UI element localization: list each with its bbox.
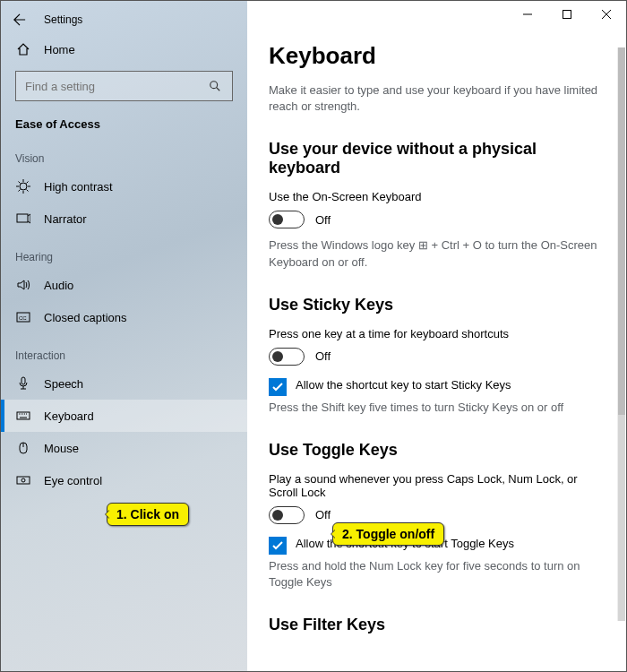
sec2-heading: Use Sticky Keys: [269, 296, 601, 314]
sec3-toggle-label: Play a sound whenever you press Caps Loc…: [269, 472, 601, 499]
nav-item-label: Keyboard: [44, 409, 94, 423]
sec1-heading: Use your device without a physical keybo…: [269, 140, 601, 177]
nav-high-contrast[interactable]: High contrast: [1, 170, 247, 202]
speech-icon: [15, 376, 31, 391]
annotation-2: 2. Toggle on/off: [332, 522, 444, 546]
annotation-1: 1. Click on: [107, 503, 189, 526]
mouse-icon: [15, 441, 31, 455]
settings-window: Settings Home Ease of Access Vision High…: [0, 0, 627, 672]
audio-icon: [15, 278, 31, 292]
search-input[interactable]: [25, 80, 207, 93]
scrollbar[interactable]: [617, 47, 625, 621]
svg-point-9: [21, 478, 25, 482]
group-hearing: Hearing: [1, 235, 247, 269]
sec4-heading: Use Filter Keys: [269, 616, 601, 634]
svg-rect-10: [563, 11, 571, 19]
page-title: Keyboard: [269, 42, 601, 70]
high-contrast-icon: [15, 179, 31, 194]
window-title: Settings: [44, 13, 82, 26]
nav-item-label: Mouse: [44, 442, 79, 455]
nav-item-label: High contrast: [44, 180, 113, 194]
check-label: Allow the shortcut key to start Sticky K…: [296, 378, 511, 392]
group-interaction: Interaction: [1, 333, 247, 367]
svg-rect-5: [21, 377, 25, 384]
sticky-keys-shortcut-checkbox[interactable]: [269, 378, 287, 396]
nav-item-label: Narrator: [44, 212, 87, 226]
sec2-toggle-label: Press one key at a time for keyboard sho…: [269, 327, 601, 340]
page-intro: Make it easier to type and use your keyb…: [269, 82, 601, 115]
group-vision: Vision: [1, 136, 247, 170]
svg-rect-8: [17, 477, 30, 484]
onscreen-keyboard-toggle[interactable]: [269, 211, 305, 228]
nav-item-label: Closed captions: [44, 311, 127, 324]
sec1-hint: Press the Windows logo key ⊞ + Ctrl + O …: [269, 237, 601, 270]
svg-text:CC: CC: [19, 315, 27, 321]
nav-speech[interactable]: Speech: [1, 367, 247, 400]
svg-rect-2: [17, 214, 28, 222]
sticky-keys-toggle[interactable]: [269, 348, 305, 366]
back-icon[interactable]: [12, 13, 28, 26]
checkmark-icon: [271, 381, 284, 393]
checkmark-icon: [271, 539, 284, 552]
nav-keyboard[interactable]: Keyboard: [1, 400, 247, 432]
scrollbar-thumb[interactable]: [618, 47, 625, 415]
toggle-state: Off: [315, 349, 331, 363]
sidebar: Settings Home Ease of Access Vision High…: [1, 1, 247, 671]
content-scroll[interactable]: Keyboard Make it easier to type and use …: [247, 1, 626, 671]
minimize-button[interactable]: [508, 1, 547, 28]
sec1-toggle-label: Use the On-Screen Keyboard: [269, 190, 601, 203]
main-panel: Keyboard Make it easier to type and use …: [247, 1, 626, 671]
sec3-hint: Press and hold the Num Lock key for five…: [269, 558, 601, 590]
nav-audio[interactable]: Audio: [1, 269, 247, 301]
nav-home[interactable]: Home: [1, 33, 247, 65]
svg-rect-6: [17, 412, 30, 419]
svg-point-0: [210, 82, 218, 89]
toggle-keys-toggle[interactable]: [269, 506, 305, 524]
search-icon: [207, 80, 223, 92]
toggle-state: Off: [315, 508, 331, 521]
nav-item-label: Eye control: [44, 474, 102, 487]
home-icon: [15, 42, 31, 56]
nav-closed-captions[interactable]: CC Closed captions: [1, 301, 247, 333]
window-controls: [508, 1, 626, 28]
section-heading: Ease of Access: [1, 110, 247, 136]
nav-item-label: Speech: [44, 377, 83, 391]
titlebar-left: Settings: [1, 6, 247, 33]
toggle-state: Off: [315, 213, 331, 227]
nav-item-label: Audio: [44, 279, 73, 292]
nav-eye-control[interactable]: Eye control: [1, 464, 247, 496]
svg-point-1: [20, 183, 27, 190]
nav-narrator[interactable]: Narrator: [1, 202, 247, 235]
sec3-heading: Use Toggle Keys: [269, 441, 601, 460]
nav-mouse[interactable]: Mouse: [1, 432, 247, 464]
keyboard-icon: [15, 409, 31, 423]
narrator-icon: [15, 211, 31, 226]
search-box[interactable]: [15, 71, 233, 101]
sec2-hint: Press the Shift key five times to turn S…: [269, 400, 601, 416]
nav-home-label: Home: [44, 43, 75, 56]
eye-icon: [15, 473, 31, 487]
cc-icon: CC: [15, 310, 31, 324]
close-button[interactable]: [587, 1, 626, 28]
toggle-keys-shortcut-checkbox[interactable]: [269, 537, 287, 555]
maximize-button[interactable]: [547, 1, 587, 28]
